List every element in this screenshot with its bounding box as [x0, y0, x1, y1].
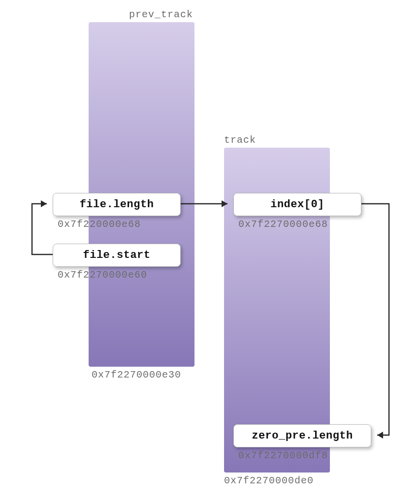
zero-pre-length-node: zero_pre.length [233, 424, 371, 447]
file-length-label: file.length [80, 198, 154, 211]
arrow-index0-to-zero-pre [361, 204, 389, 435]
file-length-node: file.length [53, 193, 181, 216]
arrow-head-file-length [41, 200, 47, 207]
arrow-head-zero-pre [377, 432, 383, 439]
prev-track-label: prev_track [129, 9, 193, 20]
track-label: track [224, 134, 256, 146]
zero-pre-length-label: zero_pre.length [252, 430, 353, 442]
file-start-addr: 0x7f2270000e60 [58, 269, 147, 281]
track-bottom-addr: 0x7f2270000de0 [224, 475, 314, 486]
file-length-addr: 0x7f220000e68 [58, 219, 141, 230]
prev-track-bottom-addr: 0x7f2270000e30 [92, 369, 181, 380]
zero-pre-length-addr: 0x7f2270000df8 [238, 450, 328, 461]
arrow-file-start-to-file-length [32, 204, 53, 254]
index0-node: index[0] [233, 193, 361, 216]
index0-label: index[0] [270, 198, 324, 211]
file-start-node: file.start [53, 244, 181, 267]
index0-addr: 0x7f2270000e68 [238, 219, 328, 230]
file-start-label: file.start [83, 249, 150, 261]
